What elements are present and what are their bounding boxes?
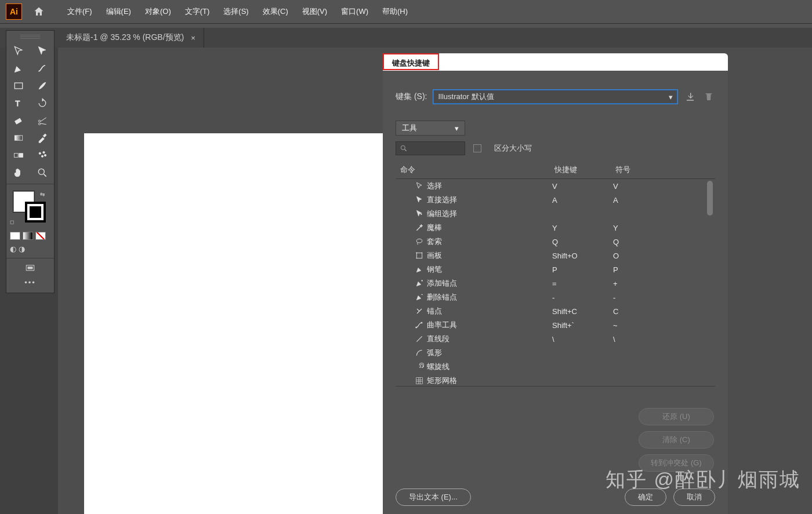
tool-symbol-spray[interactable] [30,147,54,164]
color-mode-solid[interactable] [10,232,20,240]
menu-edit[interactable]: 编辑(E) [102,1,136,23]
app-logo: Ai [6,3,22,20]
list-item[interactable]: 删除锚点-- [396,290,715,304]
symbol-value: Y [613,224,715,232]
menubar: Ai 文件(F) 编辑(E) 对象(O) 文字(T) 选择(S) 效果(C) 视… [0,0,812,23]
shortcut-value: = [552,279,613,288]
document-tab[interactable]: 未标题-1 @ 35.23 % (RGB/预览) × [58,28,204,48]
list-item[interactable]: 直线段\\ [396,332,715,346]
filter-dropdown[interactable]: 工具 ▾ [396,121,465,136]
tool-zoom[interactable] [30,164,54,181]
svg-text:T: T [15,99,20,108]
menu-file[interactable]: 文件(F) [63,1,97,23]
menu-object[interactable]: 对象(O) [140,1,176,23]
color-mode-none[interactable] [35,232,46,240]
screen-mode-button[interactable] [6,261,54,275]
del-anchor-icon [412,293,427,302]
list-item[interactable]: 画板Shift+OO [396,249,715,263]
clear-button[interactable]: 清除 (C) [639,431,714,449]
tool-brush[interactable] [30,77,54,94]
tool-type[interactable]: T [6,94,30,112]
fill-stroke-swatch[interactable]: ⇆ ◻ [6,187,54,229]
swap-fill-stroke-icon[interactable]: ⇆ [40,191,45,198]
color-mode-gradient[interactable] [23,232,33,240]
color-mode-row [6,229,54,242]
case-sensitive-checkbox[interactable] [473,144,481,152]
save-keyset-icon[interactable] [684,90,697,103]
tool-rotate[interactable] [30,94,54,112]
list-item[interactable]: 选择VV [396,179,715,193]
tool-eraser[interactable] [6,112,30,129]
list-item[interactable]: 编组选择 [396,207,715,221]
artboard-icon [412,251,427,260]
cursor-icon [412,181,427,191]
symbol-value: P [613,265,715,274]
undo-button[interactable]: 还原 (U) [639,408,714,425]
export-text-button[interactable]: 导出文本 (E)... [396,489,471,506]
draw-behind-icon[interactable]: ◑ [19,245,25,253]
list-item[interactable]: 钢笔PP [396,263,715,276]
search-input[interactable] [396,141,465,155]
toolbox-more-icon[interactable]: ••• [6,275,54,290]
tool-blend[interactable] [6,147,30,164]
dialog-title-tab: 键盘快捷键 [383,53,439,70]
command-name: 画板 [427,250,552,261]
tool-scissors[interactable] [30,112,54,129]
command-list[interactable]: 选择VV直接选择AA编组选择魔棒YY套索QQ画板Shift+OO钢笔PP添加锚点… [396,179,715,387]
menu-effect[interactable]: 效果(C) [258,1,293,23]
ok-button[interactable]: 确定 [625,489,666,506]
list-item[interactable]: 螺旋线 [396,360,715,374]
chevron-down-icon: ▾ [669,93,673,101]
list-item[interactable]: 直接选择AA [396,193,715,207]
draw-normal-icon[interactable]: ◐ [10,245,16,253]
tool-pen[interactable] [6,60,30,77]
header-shortcut: 快捷键 [554,165,615,175]
scrollbar[interactable] [707,181,713,384]
tool-eyedropper[interactable] [30,129,54,147]
tool-hand[interactable] [6,164,30,181]
list-item[interactable]: 添加锚点=+ [396,276,715,290]
list-item[interactable]: 套索QQ [396,235,715,249]
list-item[interactable]: 锚点Shift+CC [396,304,715,318]
close-icon[interactable]: × [191,34,195,42]
svg-point-11 [41,155,43,157]
svg-point-20 [421,322,422,323]
menu-view[interactable]: 视图(V) [298,1,332,23]
svg-rect-5 [14,136,22,140]
symbol-value: C [613,307,715,316]
tool-rectangle[interactable] [6,77,30,94]
command-name: 魔棒 [427,223,552,233]
delete-keyset-icon[interactable] [702,90,715,103]
list-item[interactable]: 矩形网格 [396,374,715,387]
list-item[interactable]: 曲率工具Shift+`~ [396,318,715,332]
shortcut-value: \ [552,335,613,344]
tool-gradient[interactable] [6,129,30,147]
list-item[interactable]: 弧形 [396,346,715,360]
symbol-value: + [613,279,715,288]
keyset-dropdown[interactable]: Illustrator 默认值 ▾ [433,89,678,104]
svg-point-4 [38,123,40,125]
spiral-icon [412,362,427,371]
list-item[interactable]: 魔棒YY [396,221,715,235]
svg-point-17 [416,239,422,243]
arc-icon [412,348,427,358]
tool-curvature[interactable] [30,60,54,77]
tool-direct-select[interactable] [30,42,54,60]
home-button[interactable] [31,4,46,19]
rect-grid-icon [412,376,427,385]
group-sel-icon [412,209,427,218]
svg-point-3 [38,120,40,122]
toolbox-grip[interactable] [20,34,40,39]
menu-type[interactable]: 文字(T) [180,1,215,23]
cancel-button[interactable]: 取消 [673,489,715,506]
stroke-color[interactable] [25,202,46,223]
goto-conflict-button[interactable]: 转到冲突处 (G) [639,454,714,472]
scrollbar-thumb[interactable] [707,181,713,216]
search-icon [400,144,408,152]
direct-icon [412,195,427,205]
menu-help[interactable]: 帮助(H) [378,1,412,23]
tool-selection[interactable] [6,42,30,60]
menu-window[interactable]: 窗口(W) [336,1,373,23]
default-fill-stroke-icon[interactable]: ◻ [10,219,14,225]
menu-select[interactable]: 选择(S) [219,1,253,23]
